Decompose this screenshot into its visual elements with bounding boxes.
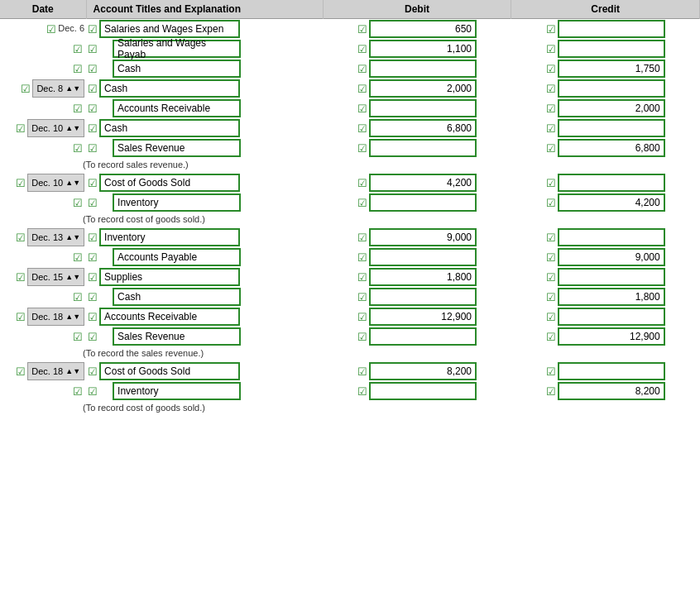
debit-checkbox[interactable]: ☑ (357, 331, 367, 343)
account-checkbox[interactable]: ☑ (88, 83, 98, 95)
debit-value-box[interactable]: 1,100 (369, 40, 477, 58)
debit-checkbox[interactable]: ☑ (357, 122, 367, 135)
debit-checkbox[interactable]: ☑ (357, 23, 367, 36)
row-checkbox[interactable]: ☑ (73, 251, 83, 264)
credit-value-box[interactable] (558, 228, 665, 246)
debit-checkbox[interactable]: ☑ (357, 142, 367, 155)
date-selector[interactable]: Dec. 13▲▼ (27, 228, 84, 246)
credit-value-box[interactable]: 12,900 (558, 327, 665, 346)
credit-value-box[interactable] (558, 362, 665, 380)
account-input-box[interactable]: Cost of Goods Sold (99, 362, 240, 380)
credit-checkbox[interactable]: ☑ (546, 331, 556, 343)
credit-checkbox[interactable]: ☑ (546, 271, 556, 284)
debit-checkbox[interactable]: ☑ (357, 232, 367, 244)
account-input-box[interactable]: Salaries and Wages Payab (113, 40, 241, 58)
credit-value-box[interactable] (558, 20, 665, 38)
date-selector[interactable]: Dec. 15▲▼ (27, 268, 84, 286)
debit-value-box[interactable] (369, 139, 477, 157)
debit-value-box[interactable]: 12,900 (369, 308, 477, 326)
debit-value-box[interactable]: 4,200 (369, 174, 477, 192)
row-checkbox[interactable]: ☑ (16, 311, 26, 323)
account-checkbox[interactable]: ☑ (88, 331, 98, 343)
credit-value-box[interactable]: 1,800 (558, 288, 665, 306)
row-checkbox[interactable]: ☑ (46, 23, 56, 36)
debit-checkbox[interactable]: ☑ (357, 251, 367, 264)
row-checkbox[interactable]: ☑ (16, 271, 26, 284)
account-checkbox[interactable]: ☑ (88, 177, 98, 189)
debit-value-box[interactable]: 8,200 (369, 362, 477, 380)
row-checkbox[interactable]: ☑ (73, 63, 83, 75)
credit-value-box[interactable] (558, 40, 665, 58)
account-checkbox[interactable]: ☑ (88, 385, 98, 398)
account-input-box[interactable]: Supplies (99, 268, 240, 286)
credit-checkbox[interactable]: ☑ (546, 311, 556, 323)
credit-value-box[interactable]: 6,800 (558, 139, 665, 157)
account-checkbox[interactable]: ☑ (88, 232, 98, 244)
credit-checkbox[interactable]: ☑ (546, 122, 556, 135)
row-checkbox[interactable]: ☑ (16, 122, 26, 135)
debit-value-box[interactable] (369, 99, 477, 117)
debit-checkbox[interactable]: ☑ (357, 63, 367, 75)
account-checkbox[interactable]: ☑ (88, 63, 98, 75)
debit-value-box[interactable] (369, 60, 477, 78)
credit-checkbox[interactable]: ☑ (546, 232, 556, 244)
credit-checkbox[interactable]: ☑ (546, 83, 556, 95)
account-input-box[interactable]: Sales Revenue (113, 327, 241, 346)
account-checkbox[interactable]: ☑ (88, 142, 98, 155)
debit-value-box[interactable]: 1,800 (369, 268, 477, 286)
account-checkbox[interactable]: ☑ (88, 43, 98, 55)
account-input-box[interactable]: Accounts Payable (113, 248, 241, 266)
row-checkbox[interactable]: ☑ (73, 103, 83, 115)
credit-value-box[interactable] (558, 79, 665, 98)
debit-value-box[interactable]: 9,000 (369, 228, 477, 246)
credit-value-box[interactable] (558, 308, 665, 326)
account-input-box[interactable]: Cash (113, 288, 241, 306)
row-checkbox[interactable]: ☑ (16, 232, 26, 244)
debit-value-box[interactable] (369, 382, 477, 400)
credit-value-box[interactable]: 1,750 (558, 60, 665, 78)
debit-value-box[interactable]: 6,800 (369, 119, 477, 137)
debit-checkbox[interactable]: ☑ (357, 291, 367, 303)
debit-value-box[interactable] (369, 288, 477, 306)
date-selector[interactable]: Dec. 10▲▼ (27, 174, 84, 192)
account-input-box[interactable]: Cash (113, 60, 241, 78)
debit-checkbox[interactable]: ☑ (357, 271, 367, 284)
account-checkbox[interactable]: ☑ (88, 365, 98, 378)
account-checkbox[interactable]: ☑ (88, 311, 98, 323)
date-selector[interactable]: Dec. 8▲▼ (32, 79, 84, 98)
credit-value-box[interactable] (558, 119, 665, 137)
account-input-box[interactable]: Accounts Receivable (113, 99, 241, 117)
credit-value-box[interactable] (558, 174, 665, 192)
row-checkbox[interactable]: ☑ (73, 291, 83, 303)
credit-value-box[interactable]: 9,000 (558, 248, 665, 266)
credit-checkbox[interactable]: ☑ (546, 251, 556, 264)
row-checkbox[interactable]: ☑ (16, 365, 26, 378)
account-checkbox[interactable]: ☑ (88, 251, 98, 264)
credit-value-box[interactable]: 2,000 (558, 99, 665, 117)
credit-value-box[interactable]: 4,200 (558, 193, 665, 212)
account-input-box[interactable]: Cash (99, 79, 240, 98)
row-checkbox[interactable]: ☑ (73, 385, 83, 398)
debit-checkbox[interactable]: ☑ (357, 43, 367, 55)
debit-checkbox[interactable]: ☑ (357, 385, 367, 398)
row-checkbox[interactable]: ☑ (73, 197, 83, 209)
row-checkbox[interactable]: ☑ (73, 43, 83, 55)
date-selector[interactable]: Dec. 18▲▼ (27, 308, 84, 326)
debit-checkbox[interactable]: ☑ (357, 103, 367, 115)
row-checkbox[interactable]: ☑ (73, 331, 83, 343)
debit-checkbox[interactable]: ☑ (357, 83, 367, 95)
account-input-box[interactable]: Salaries and Wages Expen (99, 20, 240, 38)
debit-checkbox[interactable]: ☑ (357, 311, 367, 323)
row-checkbox[interactable]: ☑ (21, 83, 31, 95)
account-checkbox[interactable]: ☑ (88, 291, 98, 303)
debit-value-box[interactable] (369, 327, 477, 346)
date-selector[interactable]: Dec. 10▲▼ (27, 119, 84, 137)
account-input-box[interactable]: Cash (99, 119, 240, 137)
row-checkbox[interactable]: ☑ (73, 142, 83, 155)
credit-checkbox[interactable]: ☑ (546, 385, 556, 398)
account-input-box[interactable]: Sales Revenue (113, 139, 241, 157)
credit-checkbox[interactable]: ☑ (546, 365, 556, 378)
debit-checkbox[interactable]: ☑ (357, 177, 367, 189)
debit-value-box[interactable]: 2,000 (369, 79, 477, 98)
account-checkbox[interactable]: ☑ (88, 197, 98, 209)
